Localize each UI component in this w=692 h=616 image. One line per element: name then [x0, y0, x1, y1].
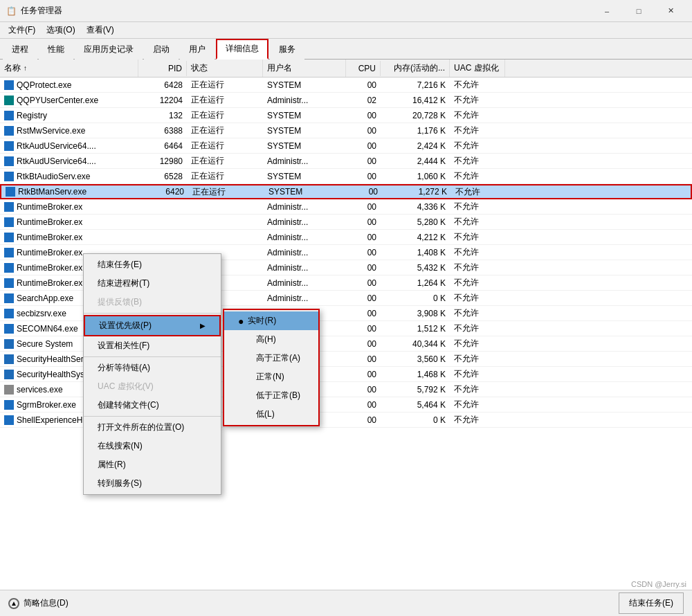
process-icon	[4, 263, 14, 273]
menu-view[interactable]: 查看(V)	[81, 23, 120, 37]
ctx-open-location[interactable]: 打开文件所在的位置(O)	[84, 418, 221, 437]
process-icon	[4, 370, 14, 379]
expand-label: 简略信息(D)	[24, 597, 69, 609]
cell-user: Administr...	[263, 201, 346, 213]
cell-cpu: 00	[346, 109, 381, 122]
cell-mem: 5,464 K	[381, 399, 450, 411]
table-row[interactable]: RstMwService.exe 6388 正在运行 SYSTEM 00 1,1…	[0, 123, 692, 138]
ctx-separator-1	[84, 313, 221, 314]
minimize-button[interactable]: –	[591, 0, 623, 22]
cell-status: 正在运行	[187, 93, 263, 107]
tab-services[interactable]: 服务	[270, 40, 304, 60]
cell-cpu: 00	[347, 185, 382, 198]
ctx-end-task[interactable]: 结束任务(E)	[84, 255, 221, 274]
col-header-status[interactable]: 状态	[187, 60, 263, 77]
priority-above-normal[interactable]: 高于正常(A)	[224, 349, 318, 368]
priority-high[interactable]: 高(H)	[224, 330, 318, 349]
maximize-button[interactable]: □	[623, 0, 655, 22]
process-icon	[4, 126, 14, 136]
cell-uac: 不允许	[450, 413, 505, 427]
cell-mem: 1,272 K	[382, 185, 451, 198]
ctx-separator-2	[84, 356, 221, 357]
ctx-feedback: 提供反馈(B)	[84, 293, 221, 311]
cell-pid: 6420	[140, 185, 188, 198]
cell-mem: 4,336 K	[381, 201, 450, 213]
col-header-name[interactable]: 名称 ↑	[0, 60, 138, 77]
tab-details[interactable]: 详细信息	[216, 39, 268, 60]
cell-uac: 不允许	[450, 230, 505, 244]
col-header-mem[interactable]: 内存(活动的...	[381, 60, 450, 77]
cell-cpu: 00	[346, 277, 381, 289]
cell-mem: 20,728 K	[381, 109, 450, 122]
ctx-affinity[interactable]: 设置相关性(F)	[84, 336, 221, 355]
col-header-pid[interactable]: PID	[138, 61, 187, 76]
process-icon	[4, 415, 14, 425]
process-icon	[4, 248, 14, 257]
ctx-wait-chain[interactable]: 分析等待链(A)	[84, 359, 221, 377]
table-row[interactable]: RtkBtAudioServ.exe 6528 正在运行 SYSTEM 00 1…	[0, 169, 692, 184]
table-row[interactable]: RuntimeBroker.ex Administr... 00 4,336 K…	[0, 199, 692, 215]
process-icon	[4, 400, 14, 410]
cell-name: RuntimeBroker.ex	[0, 231, 138, 244]
table-row[interactable]: Registry 132 正在运行 SYSTEM 00 20,728 K 不允许	[0, 108, 692, 123]
process-icon	[4, 354, 14, 364]
menu-file[interactable]: 文件(F)	[3, 23, 41, 37]
cell-cpu: 00	[346, 368, 381, 381]
cell-mem: 2,444 K	[381, 155, 450, 167]
tab-processes[interactable]: 进程	[3, 40, 37, 60]
cell-status: 正在运行	[187, 108, 263, 123]
cell-mem: 0 K	[381, 292, 450, 305]
cell-pid	[138, 206, 187, 208]
end-task-button[interactable]: 结束任务(E)	[619, 592, 684, 614]
cell-pid: 132	[138, 109, 187, 122]
window-controls: – □ ✕	[591, 0, 686, 22]
tab-users[interactable]: 用户	[180, 40, 215, 60]
priority-below-normal[interactable]: 低于正常(B)	[224, 386, 318, 405]
cell-name: RstMwService.exe	[0, 125, 138, 137]
cell-uac: 不允许	[450, 78, 505, 92]
table-row[interactable]: QQProtect.exe 6428 正在运行 SYSTEM 00 7,216 …	[0, 78, 692, 93]
table-row[interactable]: RuntimeBroker.ex Administr... 00 5,280 K…	[0, 215, 692, 230]
priority-low[interactable]: 低(L)	[224, 405, 318, 424]
cell-name: QQProtect.exe	[0, 79, 138, 91]
cell-user: SYSTEM	[263, 170, 346, 183]
ctx-end-process-tree[interactable]: 结束进程树(T)	[84, 274, 221, 293]
ctx-set-priority[interactable]: 设置优先级(P) ▶	[84, 315, 221, 336]
col-header-cpu[interactable]: CPU	[346, 61, 381, 76]
close-button[interactable]: ✕	[655, 0, 686, 22]
cell-user: Administr...	[263, 277, 346, 289]
cell-user: SYSTEM	[263, 109, 346, 122]
tab-app-history[interactable]: 应用历史记录	[75, 40, 143, 60]
cell-uac: 不允许	[450, 306, 505, 320]
table-row[interactable]: RtkAudUService64.... 6464 正在运行 SYSTEM 00…	[0, 138, 692, 154]
cell-name: Registry	[0, 109, 138, 122]
process-icon	[4, 111, 14, 120]
cell-uac: 不允许	[450, 367, 505, 381]
cell-mem: 5,432 K	[381, 262, 450, 274]
ctx-search-online[interactable]: 在线搜索(N)	[84, 437, 221, 455]
cell-cpu: 00	[346, 414, 381, 426]
col-header-user[interactable]: 用户名	[263, 60, 346, 77]
priority-realtime[interactable]: ● 实时(R)	[224, 311, 318, 330]
priority-normal[interactable]: 正常(N)	[224, 368, 318, 386]
col-header-uac[interactable]: UAC 虚拟化	[450, 60, 505, 77]
ctx-properties[interactable]: 属性(R)	[84, 455, 221, 474]
expand-info-button[interactable]: ▲ 简略信息(D)	[8, 597, 69, 609]
table-row[interactable]: RuntimeBroker.ex Administr... 00 4,212 K…	[0, 230, 692, 245]
cell-status: 正在运行	[188, 185, 264, 199]
tab-startup[interactable]: 启动	[144, 40, 179, 60]
cell-mem: 7,216 K	[381, 79, 450, 91]
table-row[interactable]: QQPYUserCenter.exe 12204 正在运行 Administr.…	[0, 93, 692, 108]
cell-cpu: 00	[346, 231, 381, 244]
cell-uac: 不允许	[450, 93, 505, 107]
ctx-goto-service[interactable]: 转到服务(S)	[84, 474, 221, 493]
expand-icon: ▲	[8, 598, 19, 609]
ctx-dump[interactable]: 创建转储文件(C)	[84, 396, 221, 415]
table-row[interactable]: RtkAudUService64.... 12980 正在运行 Administ…	[0, 154, 692, 169]
cell-uac: 不允许	[450, 199, 505, 214]
menu-options[interactable]: 选项(O)	[41, 23, 80, 37]
cell-pid	[138, 221, 187, 224]
table-row[interactable]: RtkBtManServ.exe 6420 正在运行 SYSTEM 00 1,2…	[0, 184, 692, 199]
cell-uac: 不允许	[450, 321, 505, 336]
tab-performance[interactable]: 性能	[39, 40, 73, 60]
